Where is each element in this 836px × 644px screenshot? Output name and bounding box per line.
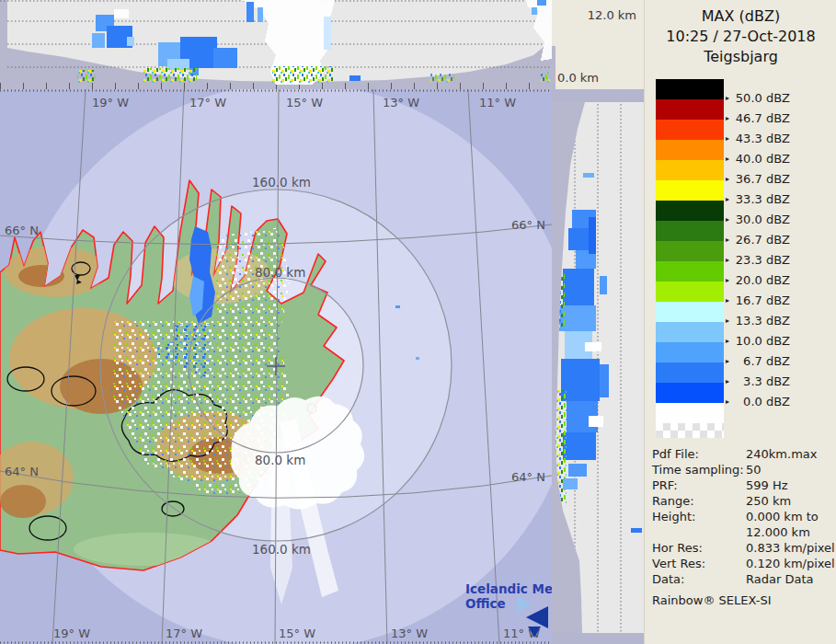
threshold-value: 26.7 dBZ	[729, 233, 790, 247]
threshold-value: 43.3 dBZ	[729, 132, 790, 145]
lon-label-bottom: 13° W	[391, 627, 428, 640]
metadata-label: Height:	[652, 510, 695, 523]
metadata-value: 0.120 km/pixel	[746, 557, 835, 570]
metadata-row: PRF:599 Hz	[652, 478, 832, 494]
vertical-profile-side	[552, 89, 644, 644]
scale-color-block	[656, 99, 724, 120]
metadata-label: PRF:	[652, 478, 678, 492]
product-title: MAX (dBZ)	[645, 7, 836, 25]
profile-edge-sliver	[552, 46, 555, 89]
scale-color-block	[656, 342, 724, 362]
threshold-value: 10.0 dBZ	[729, 334, 790, 348]
radar-station-name: Teigsbjarg	[645, 48, 836, 65]
lat-label-right: 66° N	[511, 218, 545, 232]
scale-color-block	[656, 140, 724, 160]
threshold-value: 33.3 dBZ	[729, 192, 790, 206]
metadata-label: Range:	[652, 494, 694, 508]
scale-color-block	[656, 120, 724, 140]
scale-color-block	[656, 241, 724, 261]
axis-corner: 12.0 km 0.0 km	[552, 0, 652, 89]
scale-color-block	[656, 221, 724, 241]
metadata-label: Hor Res:	[652, 541, 703, 555]
metadata-row: Data:Radar Data	[652, 572, 832, 588]
lon-label-top: 19° W	[92, 96, 129, 109]
metadata-value: Radar Data	[746, 572, 813, 586]
height-axis-max-label: 12.0 km	[570, 8, 636, 22]
metadata-label: Vert Res:	[652, 557, 705, 570]
scale-color-block	[656, 160, 724, 180]
threshold-value: 36.7 dBZ	[729, 172, 790, 186]
scale-blocks	[656, 79, 724, 403]
metadata-value: 0.833 km/pixel	[746, 541, 835, 555]
vertical-profile-side-canvas	[552, 89, 644, 644]
radar-map-canvas	[0, 89, 552, 644]
lon-label-top: 13° W	[383, 96, 419, 109]
scale-color-block	[656, 362, 724, 383]
metadata-label: Pdf File:	[652, 447, 699, 461]
threshold-value: 16.7 dBZ	[729, 293, 790, 307]
scale-color-block	[656, 322, 724, 342]
threshold-value: 3.3 dBZ	[729, 374, 790, 388]
threshold-value: 6.7 dBZ	[729, 354, 790, 368]
height-axis-min-label: 0.0 km	[557, 71, 599, 85]
metadata-row: Pdf File:240km.max	[652, 447, 832, 463]
lon-label-top: 15° W	[286, 96, 323, 109]
metadata-value: 599 Hz	[746, 478, 788, 492]
metadata-block: Pdf File:240km.maxTime sampling:50PRF:59…	[652, 447, 832, 588]
radar-map: 19° W 17° W 15° W 13° W 11° W 19° W 17° …	[0, 89, 552, 644]
lat-label-left: 64° N	[5, 465, 39, 478]
product-datetime: 10:25 / 27-Oct-2018	[645, 28, 836, 45]
threshold-value: 13.3 dBZ	[729, 314, 790, 328]
side-strip-bottom-band	[552, 633, 644, 644]
threshold-value: 23.3 dBZ	[729, 253, 790, 267]
threshold-value: 50.0 dBZ	[729, 91, 790, 105]
metadata-value: 12.000 km	[746, 525, 810, 539]
scale-color-block	[656, 282, 724, 302]
lon-label-bottom: 15° W	[279, 627, 315, 640]
range-ring-label: 160.0 km	[252, 175, 311, 190]
radar-app-window: 12.0 km 0.0 km	[0, 0, 836, 644]
metadata-row: Range:250 km	[652, 494, 832, 510]
side-strip-top-band	[552, 89, 644, 102]
scale-color-block	[656, 302, 724, 322]
metadata-value: 0.000 km to	[746, 510, 819, 523]
metadata-row: 12.000 km	[652, 525, 832, 541]
metadata-value: 240km.max	[746, 447, 817, 461]
vertical-profile-top-canvas	[0, 0, 552, 89]
metadata-label: Data:	[652, 572, 684, 586]
metadata-row: Vert Res:0.120 km/pixel	[652, 557, 832, 572]
metadata-label: Time sampling:	[652, 463, 744, 477]
scale-color-block	[656, 383, 724, 403]
range-ring-label: 80.0 km	[255, 265, 305, 280]
threshold-value: 40.0 dBZ	[729, 152, 790, 166]
scale-block-below-min	[656, 403, 724, 423]
threshold-value: 20.0 dBZ	[729, 273, 790, 287]
range-ring-label: 80.0 km	[255, 453, 305, 467]
lat-label-left: 66° N	[5, 224, 39, 237]
threshold-value: 0.0 dBZ	[729, 395, 790, 408]
threshold-value: 30.0 dBZ	[729, 213, 790, 226]
scale-color-block	[656, 261, 724, 282]
legend-panel: MAX (dBZ) 10:25 / 27-Oct-2018 Teigsbjarg…	[644, 0, 836, 644]
lon-label-bottom: 17° W	[166, 627, 202, 640]
metadata-value: 50	[746, 463, 762, 477]
scale-color-block	[656, 79, 724, 99]
imo-logo-mark-icon	[508, 593, 555, 638]
threshold-value: 46.7 dBZ	[729, 111, 790, 125]
metadata-row: Hor Res:0.833 km/pixel	[652, 541, 832, 557]
lon-label-top: 11° W	[479, 96, 516, 109]
vertical-profile-top	[0, 0, 552, 89]
lon-label-bottom: 19° W	[53, 627, 90, 640]
scale-color-block	[656, 201, 724, 221]
scale-block-transparent	[656, 423, 724, 438]
software-footer: Rainbow® SELEX-SI	[652, 593, 772, 607]
metadata-row: Height:0.000 km to	[652, 510, 832, 525]
echoes-side-strip	[552, 173, 642, 533]
lat-label-right: 64° N	[511, 470, 545, 484]
metadata-row: Time sampling:50	[652, 463, 832, 478]
scale-color-block	[656, 180, 724, 201]
metadata-value: 250 km	[746, 494, 791, 508]
lon-label-top: 17° W	[189, 96, 226, 109]
range-ring-label: 160.0 km	[252, 542, 311, 557]
